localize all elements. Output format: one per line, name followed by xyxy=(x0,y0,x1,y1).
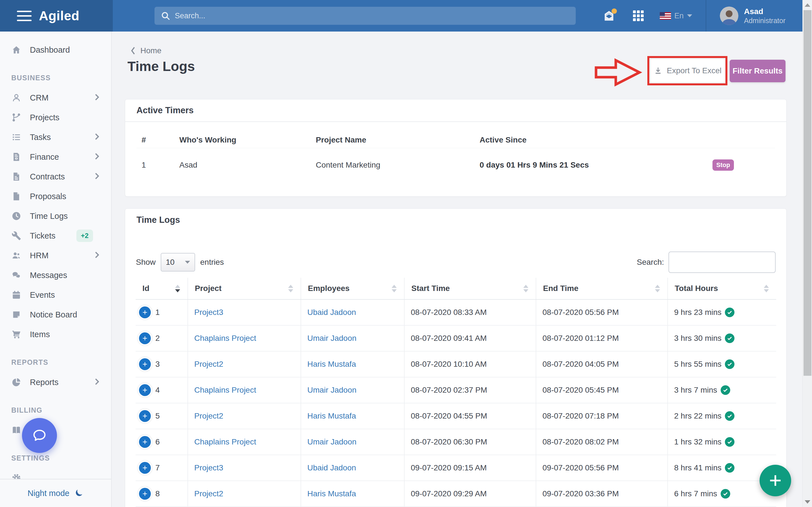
table-header-row: Id Project Employees Start Time End Time… xyxy=(136,278,776,300)
col-total-hours[interactable]: Total Hours xyxy=(668,278,776,299)
employee-link[interactable]: Haris Mustafa xyxy=(307,360,356,369)
project-link[interactable]: Project3 xyxy=(194,308,223,317)
start-time-cell: 09-07-2020 09:15 AM xyxy=(405,455,536,481)
expand-row-button[interactable] xyxy=(139,358,151,370)
project-link[interactable]: Project2 xyxy=(194,489,223,498)
col-start-time[interactable]: Start Time xyxy=(405,278,536,299)
sidebar-item-proposals[interactable]: Proposals xyxy=(0,186,111,206)
pie-icon xyxy=(11,377,21,387)
row-id: 7 xyxy=(155,463,160,472)
sidebar-item-tasks[interactable]: Tasks xyxy=(0,127,111,147)
table-search-input[interactable] xyxy=(668,251,776,273)
scroll-down-arrow[interactable] xyxy=(805,500,810,504)
start-time-cell: 08-07-2020 08:33 AM xyxy=(405,300,536,325)
sidebar-item-hrm[interactable]: HRM xyxy=(0,245,111,265)
total-hours-cell: 2 hrs 22 mins xyxy=(674,411,721,420)
sidebar-item-contracts[interactable]: Contracts xyxy=(0,167,111,186)
expand-row-button[interactable] xyxy=(139,462,151,474)
language-selector[interactable]: En xyxy=(660,11,692,20)
sidebar-item-tickets[interactable]: Tickets +2 xyxy=(0,226,111,245)
active-timers-card: Active Timers # Who's Working Project Na… xyxy=(125,99,786,196)
sidebar-item-time-logs[interactable]: Time Logs xyxy=(0,206,111,226)
start-time-cell: 09-07-2020 09:29 AM xyxy=(405,481,536,506)
sidebar-item-events[interactable]: Events xyxy=(0,285,111,305)
sidebar-item-items[interactable]: Items xyxy=(0,325,111,344)
chat-bubble-icon xyxy=(31,427,48,444)
scrollbar-thumb[interactable] xyxy=(804,10,811,376)
employee-link[interactable]: Haris Mustafa xyxy=(307,489,356,498)
hamburger-menu-icon[interactable] xyxy=(17,11,32,21)
sidebar-item-messages[interactable]: Messages xyxy=(0,265,111,285)
col-end-time[interactable]: End Time xyxy=(536,278,668,299)
check-icon xyxy=(725,359,734,369)
employee-link[interactable]: Umair Jadoon xyxy=(307,334,356,343)
sidebar-item-notice-board[interactable]: Notice Board xyxy=(0,305,111,325)
col-employees[interactable]: Employees xyxy=(301,278,405,299)
page-size-select[interactable]: 10 xyxy=(161,253,195,272)
col-id[interactable]: Id xyxy=(136,278,188,299)
project-link[interactable]: Project3 xyxy=(194,463,223,472)
start-time-cell: 08-07-2020 04:55 PM xyxy=(405,403,536,429)
show-label: Show xyxy=(136,258,156,267)
user-name: Asad xyxy=(744,7,785,16)
filter-results-button[interactable]: Filter Results xyxy=(730,60,785,82)
active-timers-header: # Who's Working Project Name Active Sinc… xyxy=(137,132,775,148)
expand-row-button[interactable] xyxy=(139,436,151,448)
table-row: 8 Project2 Haris Mustafa 09-07-2020 09:2… xyxy=(136,481,776,507)
expand-row-button[interactable] xyxy=(139,410,151,422)
add-new-button[interactable] xyxy=(760,465,791,496)
stop-timer-button[interactable]: Stop xyxy=(712,159,734,171)
expand-row-button[interactable] xyxy=(139,384,151,396)
project-link[interactable]: Chaplains Project xyxy=(194,438,256,446)
sidebar-item-finance[interactable]: Finance xyxy=(0,147,111,167)
apps-grid-icon[interactable] xyxy=(630,8,646,24)
project-link[interactable]: Chaplains Project xyxy=(194,334,256,343)
export-to-excel-button[interactable]: Export To Excel xyxy=(651,59,725,82)
sidebar-item-reports[interactable]: Reports xyxy=(0,372,111,392)
language-label: En xyxy=(674,11,684,20)
sidebar-item-crm[interactable]: CRM xyxy=(0,88,111,108)
inbox-icon[interactable] xyxy=(601,8,617,24)
page-scrollbar[interactable] xyxy=(802,0,812,507)
list-icon xyxy=(11,132,21,142)
entries-label: entries xyxy=(200,258,224,267)
breadcrumb[interactable]: Home xyxy=(130,46,161,55)
live-chat-button[interactable] xyxy=(22,418,57,453)
expand-row-button[interactable] xyxy=(139,332,151,344)
employee-link[interactable]: Umair Jadoon xyxy=(307,438,356,446)
table-row: 6 Chaplains Project Umair Jadoon 08-07-2… xyxy=(136,429,776,455)
app-logo[interactable]: Agiled xyxy=(39,8,80,23)
employee-link[interactable]: Ubaid Jadoon xyxy=(307,463,356,472)
sidebar-section-billing: BILLING xyxy=(0,404,111,416)
expand-row-button[interactable] xyxy=(139,488,151,500)
row-id: 2 xyxy=(155,334,160,343)
search-input[interactable] xyxy=(175,11,569,20)
project-link[interactable]: Project2 xyxy=(194,411,223,420)
night-mode-toggle[interactable]: Night mode xyxy=(0,479,111,507)
table-row: 5 Project2 Haris Mustafa 08-07-2020 04:5… xyxy=(136,403,776,429)
chevron-right-icon xyxy=(94,153,100,161)
sidebar-item-dashboard[interactable]: Dashboard xyxy=(0,40,111,60)
table-row: 2 Chaplains Project Umair Jadoon 08-07-2… xyxy=(136,326,776,351)
expand-row-button[interactable] xyxy=(139,306,151,318)
employee-link[interactable]: Umair Jadoon xyxy=(307,386,356,395)
scroll-up-arrow[interactable] xyxy=(805,3,810,7)
row-id: 5 xyxy=(155,411,160,420)
user-menu[interactable]: Asad Administrator xyxy=(720,6,785,25)
note-icon xyxy=(11,309,21,320)
time-logs-card-title: Time Logs xyxy=(125,209,786,231)
clock-icon xyxy=(11,211,21,221)
col-project[interactable]: Project xyxy=(188,278,301,299)
employee-link[interactable]: Haris Mustafa xyxy=(307,411,356,420)
sidebar-item-projects[interactable]: Projects xyxy=(0,108,111,127)
start-time-cell: 08-07-2020 09:41 AM xyxy=(405,326,536,351)
table-search-label: Search: xyxy=(637,258,664,267)
row-id: 1 xyxy=(155,308,160,317)
project-link[interactable]: Project2 xyxy=(194,360,223,369)
contract-icon xyxy=(11,172,21,182)
project-link[interactable]: Chaplains Project xyxy=(194,386,256,395)
end-time-cell: 08-07-2020 05:45 PM xyxy=(536,378,668,403)
brand-area: Agiled xyxy=(0,0,113,32)
active-timers-title: Active Timers xyxy=(125,100,786,122)
employee-link[interactable]: Ubaid Jadoon xyxy=(307,308,356,317)
